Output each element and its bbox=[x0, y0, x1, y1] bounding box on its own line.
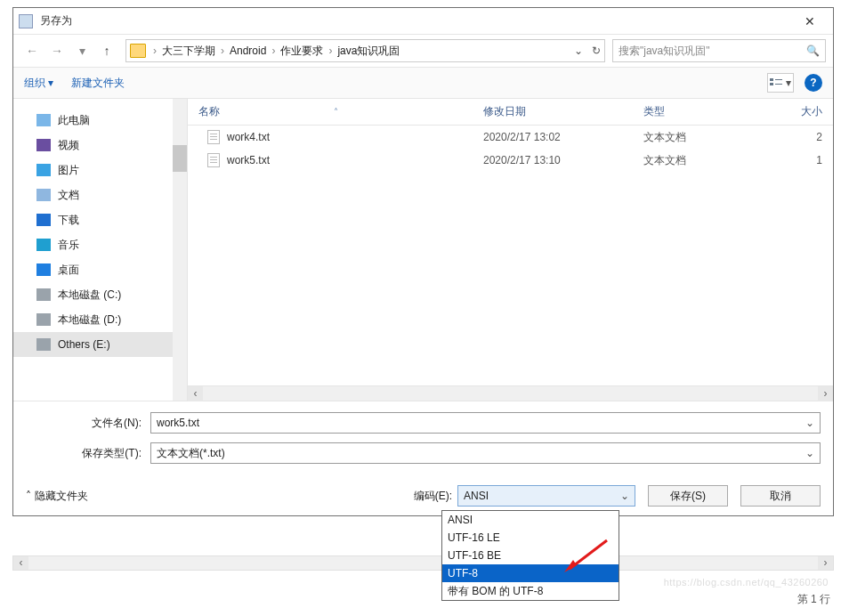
sidebar-scrollbar[interactable] bbox=[173, 99, 187, 401]
scroll-left-button[interactable]: ‹ bbox=[13, 556, 28, 570]
watermark: https://blog.csdn.net/qq_43260260 bbox=[664, 577, 829, 588]
save-as-dialog: 另存为 ✕ ← → ▾ ↑ › 大三下学期 › Android › 作业要求 ›… bbox=[12, 7, 834, 516]
encoding-option[interactable]: ANSI bbox=[442, 511, 619, 529]
music-icon bbox=[36, 239, 51, 251]
history-dropdown-button[interactable]: ▾ bbox=[70, 39, 93, 62]
app-icon bbox=[19, 14, 33, 28]
statusbar: 第 1 行 bbox=[797, 592, 830, 607]
scroll-left-button[interactable]: ‹ bbox=[188, 386, 203, 401]
sidebar-item-desktop[interactable]: 桌面 bbox=[13, 257, 187, 282]
chevron-down-icon[interactable]: ⌄ bbox=[805, 447, 814, 459]
col-date[interactable]: 修改日期 bbox=[483, 104, 643, 119]
hide-folders-toggle[interactable]: ˄隐藏文件夹 bbox=[26, 489, 88, 504]
drive-icon bbox=[36, 288, 51, 301]
search-icon[interactable]: 🔍 bbox=[806, 45, 820, 57]
breadcrumb-item[interactable]: java知识巩固 bbox=[336, 42, 401, 61]
downloads-icon bbox=[36, 214, 51, 226]
up-button[interactable]: ↑ bbox=[95, 39, 118, 62]
chevron-down-icon[interactable]: ⌄ bbox=[805, 417, 814, 429]
file-list: 名称˄ 修改日期 类型 大小 work4.txt 2020/2/17 13:02… bbox=[188, 99, 833, 401]
titlebar: 另存为 ✕ bbox=[13, 8, 833, 35]
cancel-button[interactable]: 取消 bbox=[740, 485, 821, 507]
toolbar: 组织 ▾ 新建文件夹 ▾ ? bbox=[13, 67, 833, 99]
drive-icon bbox=[36, 313, 51, 326]
breadcrumb-item[interactable]: Android bbox=[228, 43, 268, 59]
svg-rect-0 bbox=[770, 78, 773, 81]
col-type[interactable]: 类型 bbox=[643, 104, 768, 119]
chevron-down-icon[interactable]: ⌄ bbox=[574, 45, 583, 57]
breadcrumb-sep: › bbox=[150, 45, 160, 57]
annotation-arrow-icon bbox=[564, 539, 609, 574]
refresh-button[interactable]: ↻ bbox=[592, 45, 601, 57]
file-row[interactable]: work5.txt 2020/2/17 13:10 文本文档 1 bbox=[188, 149, 833, 172]
encoding-select[interactable]: ANSI ⌄ bbox=[457, 485, 635, 507]
nav-row: ← → ▾ ↑ › 大三下学期 › Android › 作业要求 › java知… bbox=[13, 35, 833, 67]
sidebar-item-this-pc[interactable]: 此电脑 bbox=[13, 108, 187, 133]
search-input[interactable]: 搜索"java知识巩固" 🔍 bbox=[612, 39, 826, 62]
save-button[interactable]: 保存(S) bbox=[648, 485, 728, 507]
sidebar-item-documents[interactable]: 文档 bbox=[13, 182, 187, 207]
chevron-up-icon: ˄ bbox=[26, 490, 31, 502]
close-button[interactable]: ✕ bbox=[792, 9, 828, 34]
sidebar-item-pictures[interactable]: 图片 bbox=[13, 158, 187, 182]
txt-file-icon bbox=[207, 153, 220, 167]
filetype-label: 保存类型(T): bbox=[26, 446, 150, 461]
folder-icon bbox=[130, 44, 146, 58]
videos-icon bbox=[36, 139, 51, 151]
sort-indicator-icon: ˄ bbox=[334, 107, 338, 117]
sidebar-item-music[interactable]: 音乐 bbox=[13, 232, 187, 257]
svg-rect-3 bbox=[775, 84, 782, 85]
desktop-icon bbox=[36, 263, 51, 276]
search-placeholder: 搜索"java知识巩固" bbox=[619, 44, 710, 59]
txt-file-icon bbox=[207, 130, 220, 144]
breadcrumb[interactable]: › 大三下学期 › Android › 作业要求 › java知识巩固 ⌄ ↻ bbox=[125, 39, 605, 62]
organize-button[interactable]: 组织 ▾ bbox=[24, 76, 53, 91]
file-list-hscroll[interactable]: ‹ › bbox=[188, 385, 833, 401]
svg-marker-5 bbox=[564, 560, 577, 572]
col-name[interactable]: 名称˄ bbox=[198, 104, 483, 119]
encoding-option[interactable]: 带有 BOM 的 UTF-8 bbox=[442, 582, 619, 600]
column-headers: 名称˄ 修改日期 类型 大小 bbox=[188, 99, 833, 126]
scroll-right-button[interactable]: › bbox=[818, 386, 833, 401]
sidebar-item-videos[interactable]: 视频 bbox=[13, 133, 187, 158]
view-icon bbox=[770, 77, 784, 88]
pictures-icon bbox=[36, 164, 51, 176]
sidebar-item-drive-e[interactable]: Others (E:) bbox=[13, 332, 187, 357]
breadcrumb-item[interactable]: 大三下学期 bbox=[160, 42, 217, 61]
filename-input[interactable]: work5.txt⌄ bbox=[150, 412, 821, 434]
drive-icon bbox=[36, 338, 51, 351]
sidebar: 此电脑 视频 图片 文档 下载 音乐 桌面 本地磁盘 (C:) 本地磁盘 (D:… bbox=[13, 99, 188, 401]
svg-rect-1 bbox=[770, 83, 773, 85]
breadcrumb-item[interactable]: 作业要求 bbox=[279, 42, 325, 61]
chevron-down-icon[interactable]: ⌄ bbox=[620, 490, 629, 502]
encoding-label: 编码(E): bbox=[414, 489, 457, 504]
main-area: 此电脑 视频 图片 文档 下载 音乐 桌面 本地磁盘 (C:) 本地磁盘 (D:… bbox=[13, 99, 833, 401]
svg-rect-2 bbox=[775, 79, 782, 80]
background-hscroll[interactable]: ‹ › bbox=[12, 555, 834, 571]
sidebar-scrollbar-thumb[interactable] bbox=[173, 145, 187, 172]
sidebar-item-drive-c[interactable]: 本地磁盘 (C:) bbox=[13, 282, 187, 307]
forward-button[interactable]: → bbox=[45, 39, 69, 62]
documents-icon bbox=[36, 189, 51, 201]
back-button[interactable]: ← bbox=[20, 39, 44, 62]
filetype-select[interactable]: 文本文档(*.txt)⌄ bbox=[150, 442, 821, 464]
sidebar-item-downloads[interactable]: 下载 bbox=[13, 207, 187, 232]
scroll-right-button[interactable]: › bbox=[818, 556, 833, 570]
filename-label: 文件名(N): bbox=[26, 416, 150, 431]
view-options-button[interactable]: ▾ bbox=[767, 73, 794, 93]
pc-icon bbox=[36, 114, 51, 126]
file-row[interactable]: work4.txt 2020/2/17 13:02 文本文档 2 bbox=[188, 126, 833, 149]
help-button[interactable]: ? bbox=[805, 74, 822, 92]
col-size[interactable]: 大小 bbox=[768, 104, 833, 119]
new-folder-button[interactable]: 新建文件夹 bbox=[71, 76, 125, 91]
sidebar-item-drive-d[interactable]: 本地磁盘 (D:) bbox=[13, 307, 187, 332]
bottom-panel: 文件名(N): work5.txt⌄ 保存类型(T): 文本文档(*.txt)⌄… bbox=[13, 401, 833, 515]
dialog-title: 另存为 bbox=[40, 13, 792, 28]
